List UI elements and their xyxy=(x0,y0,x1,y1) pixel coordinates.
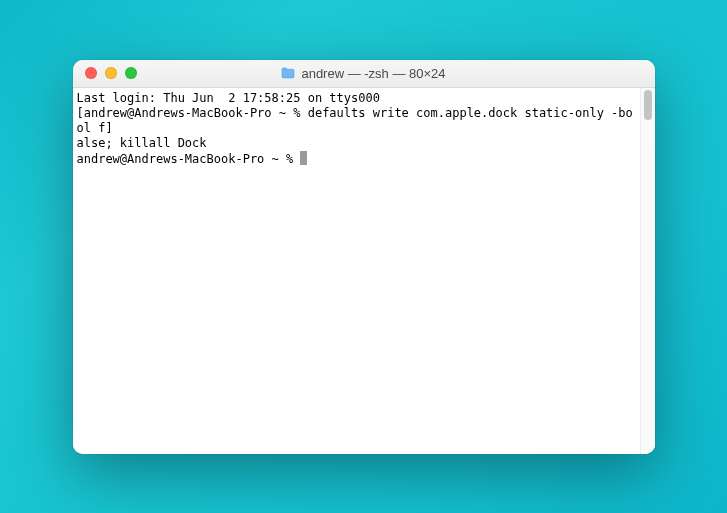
window-title: andrew — -zsh — 80×24 xyxy=(301,66,445,81)
terminal-prompt: andrew@Andrews-MacBook-Pro ~ % xyxy=(77,152,301,166)
terminal-line: alse; killall Dock xyxy=(77,136,636,151)
terminal-body: Last login: Thu Jun 2 17:58:25 on ttys00… xyxy=(73,88,655,454)
maximize-button[interactable] xyxy=(125,67,137,79)
cursor xyxy=(300,151,307,165)
window-title-wrap: andrew — -zsh — 80×24 xyxy=(73,66,655,81)
traffic-lights xyxy=(73,67,137,79)
terminal-window: andrew — -zsh — 80×24 Last login: Thu Ju… xyxy=(73,60,655,454)
minimize-button[interactable] xyxy=(105,67,117,79)
scrollbar[interactable] xyxy=(640,88,655,454)
scrollbar-thumb[interactable] xyxy=(644,90,652,120)
terminal-line: [andrew@Andrews-MacBook-Pro ~ % defaults… xyxy=(77,106,636,136)
window-titlebar[interactable]: andrew — -zsh — 80×24 xyxy=(73,60,655,88)
terminal-content[interactable]: Last login: Thu Jun 2 17:58:25 on ttys00… xyxy=(73,88,640,454)
close-button[interactable] xyxy=(85,67,97,79)
terminal-line: Last login: Thu Jun 2 17:58:25 on ttys00… xyxy=(77,91,636,106)
home-folder-icon xyxy=(281,67,295,79)
